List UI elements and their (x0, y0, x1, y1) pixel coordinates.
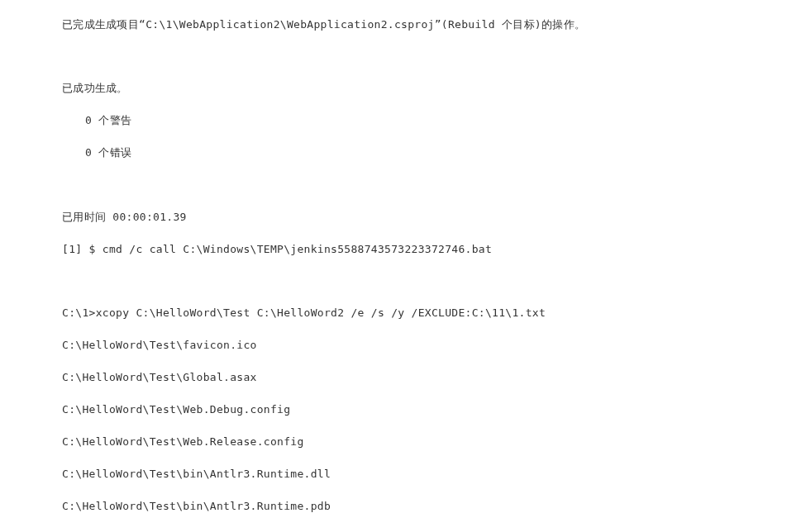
blank-line (62, 49, 806, 64)
file-line: C:\HelloWord\Test\favicon.ico (62, 337, 806, 354)
blank-line (62, 273, 806, 289)
errors-count-line: 0 个错误 (62, 145, 806, 161)
build-success-line: 已成功生成。 (62, 80, 806, 97)
file-line: C:\HelloWord\Test\Web.Release.config (62, 434, 806, 450)
file-line: C:\HelloWord\Test\Web.Debug.config (62, 401, 806, 418)
file-line: C:\HelloWord\Test\bin\Antlr3.Runtime.dll (62, 466, 806, 482)
build-complete-line: 已完成生成项目“C:\1\WebApplication2\WebApplicat… (62, 17, 806, 33)
console-output: 已完成生成项目“C:\1\WebApplication2\WebApplicat… (0, 0, 806, 532)
blank-line (62, 177, 806, 192)
warnings-count-line: 0 个警告 (62, 112, 806, 129)
cmd-call-line: [1] $ cmd /c call C:\Windows\TEMP\jenkin… (62, 241, 806, 258)
elapsed-time-line: 已用时间 00:00:01.39 (62, 209, 806, 226)
xcopy-command-line: C:\1>xcopy C:\HelloWord\Test C:\HelloWor… (62, 305, 806, 321)
file-line: C:\HelloWord\Test\bin\Antlr3.Runtime.pdb (62, 498, 806, 515)
file-line: C:\HelloWord\Test\Global.asax (62, 369, 806, 386)
